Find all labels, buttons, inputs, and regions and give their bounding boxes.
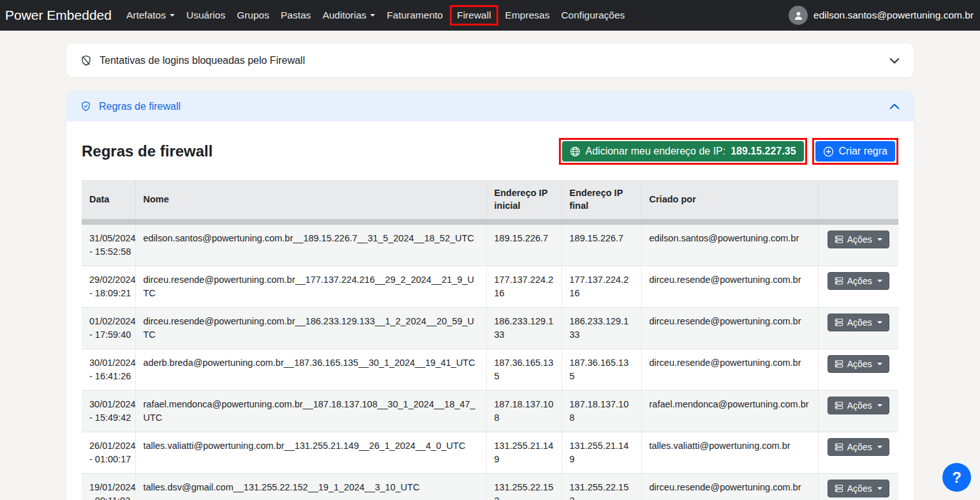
- rule-time: - 15:52:58: [89, 245, 128, 259]
- plus-circle-icon: [823, 146, 834, 157]
- nav-item-label: Usuários: [186, 10, 225, 21]
- chevron-down-icon: [877, 446, 882, 448]
- nav-item-auditorias[interactable]: Auditorias: [316, 6, 381, 25]
- col-header-criado-por: Criado por: [641, 180, 818, 219]
- top-navbar: Power Embedded Artefatos Usuários Grupos…: [0, 0, 980, 31]
- actions-label: Ações: [847, 400, 872, 411]
- nav-item-label: Configurações: [561, 10, 625, 21]
- actions-dropdown-button[interactable]: Ações: [828, 438, 889, 456]
- red-highlight-box: Adicionar meu endereço de IP: 189.15.227…: [559, 138, 807, 165]
- rule-name: talles.dsv@gmail.com__131.255.22.152__19…: [135, 473, 486, 500]
- nav-item-label: Empresas: [505, 10, 550, 21]
- actions-dropdown-button[interactable]: Ações: [828, 314, 889, 331]
- actions-dropdown-button[interactable]: Ações: [828, 397, 889, 414]
- rule-time: - 17:59:40: [89, 328, 128, 342]
- rule-ip-start: 131.255.21.149: [486, 432, 561, 473]
- nav-item-label: Faturamento: [387, 10, 443, 21]
- chevron-down-icon: [170, 14, 175, 17]
- shield-check-icon: [80, 100, 92, 112]
- rule-date: 31/05/2024: [89, 232, 128, 245]
- actions-label: Ações: [847, 442, 872, 452]
- nav-item-artefatos[interactable]: Artefatos: [121, 6, 181, 25]
- actions-dropdown-button[interactable]: Ações: [828, 272, 889, 290]
- rule-ip-start: 131.255.22.152: [486, 473, 561, 500]
- actions-label: Ações: [847, 317, 872, 328]
- accordion-firewall-rules-header[interactable]: Regras de firewall: [66, 91, 914, 121]
- rule-ip-end: 131.255.22.152: [561, 473, 641, 500]
- avatar: [789, 6, 808, 25]
- add-my-ip-button[interactable]: Adicionar meu endereço de IP: 189.15.227…: [562, 141, 804, 162]
- red-highlight-box: Firewall: [450, 5, 498, 26]
- rule-time: - 18:09:21: [89, 287, 128, 300]
- chevron-down-icon: [877, 404, 882, 407]
- rule-created-by: talles.valiatti@powertuning.com.br: [641, 432, 818, 473]
- rule-created-by: dirceu.resende@powertuning.com.br: [641, 266, 818, 307]
- nav-item-label: Pastas: [281, 10, 311, 21]
- table-row: 26/01/2024- 01:00:17 talles.valiatti@pow…: [82, 432, 898, 473]
- server-icon: [835, 401, 843, 410]
- chevron-down-icon: [889, 55, 900, 66]
- nav-item-label: Artefatos: [126, 10, 166, 21]
- rule-time: - 01:00:17: [89, 453, 128, 466]
- chevron-down-icon: [877, 363, 882, 365]
- server-icon: [835, 235, 843, 244]
- chevron-down-icon: [877, 238, 882, 241]
- accordion-blocked-logins[interactable]: Tentativas de logins bloqueadas pelo Fir…: [66, 43, 914, 77]
- actions-dropdown-button[interactable]: Ações: [828, 480, 889, 497]
- rule-time: - 00:11:03: [89, 494, 128, 500]
- user-email: edilson.santos@powertuning.com.br: [813, 10, 974, 21]
- actions-label: Ações: [847, 359, 872, 369]
- shield-slash-icon: [80, 54, 93, 67]
- rule-created-by: dirceu.resende@powertuning.com.br: [641, 307, 818, 349]
- rule-ip-end: 187.18.137.108: [561, 390, 641, 432]
- nav-item-usuarios[interactable]: Usuários: [181, 6, 231, 25]
- help-button[interactable]: ?: [942, 463, 971, 492]
- globe-icon: [570, 146, 581, 157]
- rule-created-by: rafael.mendonca@powertuning.com.br: [641, 390, 818, 432]
- nav-item-label: Firewall: [457, 10, 491, 21]
- question-mark-icon: ?: [952, 469, 961, 487]
- my-ip-value: 189.15.227.35: [731, 146, 796, 157]
- chevron-down-icon: [370, 14, 375, 17]
- scrollbar-thumb[interactable]: [82, 219, 898, 225]
- user-menu[interactable]: edilson.santos@powertuning.com.br: [789, 6, 974, 25]
- rule-ip-end: 189.15.226.7: [561, 225, 641, 266]
- rule-time: - 15:49:42: [89, 411, 128, 425]
- col-header-actions: [818, 180, 898, 219]
- rule-name: edilson.santos@powertuning.com.br__189.1…: [135, 225, 486, 266]
- firewall-rules-table: Data Nome Endereço IP inicial Endereço I…: [82, 180, 898, 500]
- actions-dropdown-button[interactable]: Ações: [828, 231, 889, 248]
- rule-date: 26/01/2024: [89, 439, 128, 453]
- chevron-down-icon: [877, 487, 882, 490]
- rule-ip-start: 187.36.165.135: [486, 349, 561, 390]
- rule-ip-end: 131.255.21.149: [561, 432, 641, 473]
- rule-ip-start: 186.233.129.133: [486, 307, 561, 349]
- rule-ip-end: 186.233.129.133: [561, 307, 641, 349]
- create-rule-button[interactable]: Criar regra: [815, 141, 895, 162]
- rule-ip-end: 187.36.165.135: [561, 349, 641, 390]
- col-header-data: Data: [82, 180, 135, 219]
- accordion-title: Regras de firewall: [99, 101, 181, 112]
- chevron-up-icon: [889, 101, 900, 112]
- brand-logo[interactable]: Power Embedded: [5, 8, 112, 23]
- rule-created-by: dirceu.resende@powertuning.com.br: [641, 473, 818, 500]
- rule-date: 19/01/2024: [89, 481, 128, 494]
- table-row: 01/02/2024- 17:59:40 dirceu.resende@powe…: [82, 307, 898, 349]
- nav-item-faturamento[interactable]: Faturamento: [381, 6, 449, 25]
- rule-created-by: dirceu.resende@powertuning.com.br: [641, 349, 818, 390]
- rule-name: dirceu.resende@powertuning.com.br__177.1…: [135, 266, 486, 307]
- nav-item-firewall[interactable]: Firewall: [456, 8, 492, 23]
- table-row: 30/01/2024- 16:41:26 aderb.breda@powertu…: [82, 349, 898, 390]
- table-row: 19/01/2024- 00:11:03 talles.dsv@gmail.co…: [82, 473, 898, 500]
- col-header-nome: Nome: [135, 180, 486, 219]
- nav-item-configuracoes[interactable]: Configurações: [555, 6, 630, 25]
- nav-item-pastas[interactable]: Pastas: [275, 6, 316, 25]
- create-rule-label: Criar regra: [839, 146, 887, 157]
- nav-item-empresas[interactable]: Empresas: [500, 6, 556, 25]
- red-highlight-box: Criar regra: [812, 138, 898, 165]
- rule-date: 30/01/2024: [89, 398, 128, 411]
- nav-item-grupos[interactable]: Grupos: [231, 6, 275, 25]
- chevron-down-icon: [877, 280, 882, 282]
- actions-dropdown-button[interactable]: Ações: [828, 355, 889, 373]
- nav-item-label: Auditorias: [322, 10, 366, 21]
